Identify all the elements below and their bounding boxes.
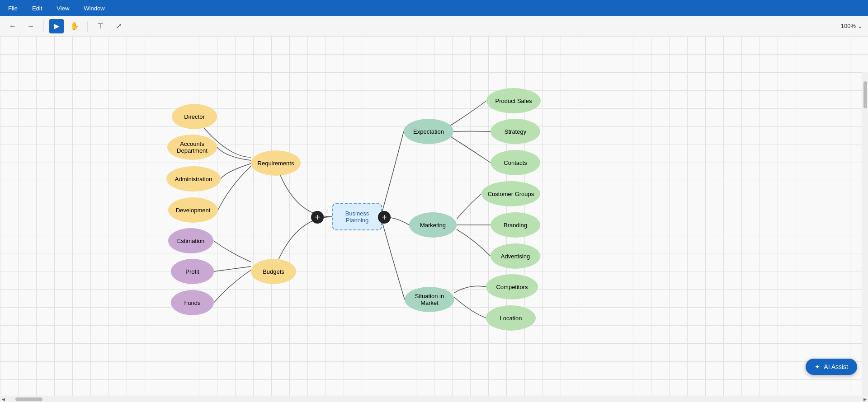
select-button[interactable]: ▶ (49, 19, 64, 33)
node-customer-groups[interactable]: Customer Groups (481, 181, 540, 206)
plus-left-button[interactable]: + (311, 211, 324, 224)
node-branding[interactable]: Branding (491, 212, 540, 238)
toolbar: ← → ▶ ✋ ⊤ ⤢ 100% ⌄ (0, 16, 868, 36)
node-profit[interactable]: Profit (171, 259, 214, 284)
toolbar-separator-2 (87, 21, 88, 32)
menu-window[interactable]: Window (81, 3, 107, 14)
menubar: File Edit View Window (0, 0, 868, 16)
node-accounts-department[interactable]: Accounts Department (167, 135, 217, 160)
node-funds[interactable]: Funds (171, 290, 214, 315)
node-estimation[interactable]: Estimation (168, 228, 213, 253)
node-development[interactable]: Development (168, 197, 218, 223)
menu-file[interactable]: File (5, 3, 20, 14)
node-advertising[interactable]: Advertising (491, 243, 540, 269)
node-strategy[interactable]: Strategy (491, 119, 540, 144)
node-administration[interactable]: Administration (166, 166, 221, 192)
scroll-thumb-horizontal[interactable] (15, 397, 42, 401)
node-competitors[interactable]: Competitors (486, 274, 538, 299)
node-contacts[interactable]: Contacts (491, 150, 540, 175)
scroll-left-arrow[interactable]: ◀ (0, 396, 6, 402)
node-business-planning[interactable]: Business Planning (332, 203, 382, 230)
node-requirements[interactable]: Requirements (251, 150, 301, 176)
node-location[interactable]: Location (486, 305, 536, 331)
horizontal-scrollbar[interactable]: ◀ ▶ (0, 396, 868, 402)
toolbar-separator-1 (43, 21, 44, 32)
vertical-scrollbar[interactable] (862, 72, 868, 396)
redo-button[interactable]: → (24, 19, 38, 33)
ai-assist-button[interactable]: ✦ AI Assist (806, 359, 857, 375)
node-situation-in-market[interactable]: Situation in Market (405, 287, 454, 312)
node-director[interactable]: Director (172, 104, 217, 129)
insert-shape-button[interactable]: ⊤ (93, 19, 108, 33)
scroll-thumb-vertical[interactable] (863, 81, 867, 108)
canvas: Business Planning + + Requirements Budge… (0, 36, 868, 402)
plus-right-button[interactable]: + (378, 211, 391, 224)
scroll-right-arrow[interactable]: ▶ (862, 396, 868, 402)
node-marketing[interactable]: Marketing (409, 212, 457, 238)
ai-assist-icon: ✦ (815, 363, 820, 370)
node-expectation[interactable]: Expectation (404, 119, 453, 144)
undo-button[interactable]: ← (5, 19, 20, 33)
node-budgets[interactable]: Budgets (251, 259, 296, 284)
insert-connector-button[interactable]: ⤢ (111, 19, 126, 33)
node-product-sales[interactable]: Product Sales (486, 88, 541, 113)
menu-view[interactable]: View (54, 3, 72, 14)
menu-edit[interactable]: Edit (29, 3, 45, 14)
zoom-chevron-icon[interactable]: ⌄ (858, 23, 863, 29)
zoom-label: 100% ⌄ (841, 23, 863, 29)
hand-button[interactable]: ✋ (67, 19, 82, 33)
